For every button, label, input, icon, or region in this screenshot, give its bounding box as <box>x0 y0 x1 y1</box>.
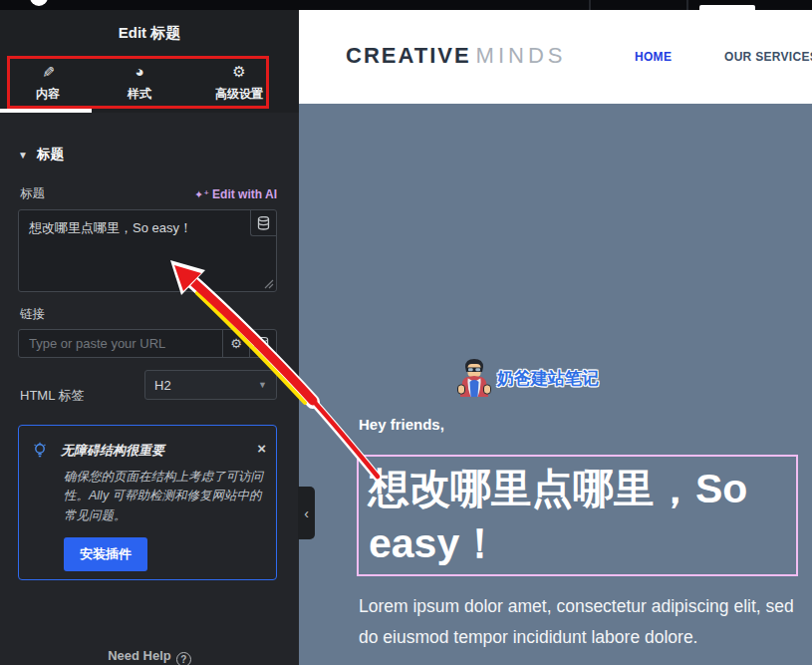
chevron-down-icon: ▼ <box>18 150 28 161</box>
publish-button[interactable] <box>699 5 755 10</box>
sparkle-icon: ✦⁺ <box>194 188 209 200</box>
gear-icon: ⚙ <box>197 64 281 80</box>
accessibility-notice: 无障碍结构很重要 × 确保您的页面在结构上考虑了可访问性。Ally 可帮助检测和… <box>18 425 277 580</box>
gear-icon: ⚙ <box>230 336 242 351</box>
nav-item-our-services[interactable]: OUR SERVICES <box>724 50 812 64</box>
preview-canvas: CREATIVEMINDS HOME OUR SERVICES <box>299 10 812 665</box>
database-icon <box>257 216 270 230</box>
database-icon <box>257 337 269 350</box>
elementor-logo-icon[interactable] <box>30 0 48 6</box>
hero-section: 奶爸建站笔记 Hey friends, 想改哪里点哪里，So easy！ Lor… <box>299 104 812 665</box>
tab-style[interactable]: ◕ 样式 <box>98 64 181 103</box>
need-help-link[interactable]: Need Help? <box>0 648 299 665</box>
html-tag-select[interactable]: H2 ▼ <box>144 370 277 400</box>
tab-content[interactable]: ✎ 内容 <box>6 64 90 103</box>
edit-with-ai-button[interactable]: ✦⁺Edit with AI <box>194 187 277 201</box>
chevron-left-icon: ‹ <box>304 505 309 521</box>
nav-item-home[interactable]: HOME <box>635 50 672 64</box>
url-input[interactable] <box>19 330 222 357</box>
panel-collapse-handle[interactable]: ‹ <box>298 487 315 539</box>
site-watermark: 奶爸建站笔记 <box>455 358 599 398</box>
question-mark-icon: ? <box>176 652 191 665</box>
panel-header-area: Edit 标题 ✎ 内容 ◕ 样式 ⚙ 高级设置 <box>0 10 299 113</box>
superhero-avatar-icon <box>455 358 493 398</box>
elementor-editor: Edit 标题 ✎ 内容 ◕ 样式 ⚙ 高级设置 ▼ 标题 标题 ✦⁺Edit … <box>0 0 812 665</box>
resize-handle[interactable] <box>264 279 274 289</box>
watermark-text: 奶爸建站笔记 <box>497 367 599 390</box>
lightbulb-icon <box>32 442 48 460</box>
topbar-divider <box>589 0 591 10</box>
panel-title: Edit 标题 <box>0 10 299 56</box>
site-logo[interactable]: CREATIVEMINDS <box>346 43 567 69</box>
tab-advanced[interactable]: ⚙ 高级设置 <box>197 64 281 103</box>
close-icon[interactable]: × <box>257 442 266 456</box>
link-options-button[interactable]: ⚙ <box>222 330 249 357</box>
link-dynamic-tags-button[interactable] <box>249 330 276 357</box>
contrast-icon: ◕ <box>98 64 181 80</box>
topbar-divider <box>686 0 688 10</box>
selected-heading-widget[interactable]: 想改哪里点哪里，So easy！ <box>357 455 798 576</box>
title-textarea[interactable]: 想改哪里点哪里，So easy！ <box>18 209 277 292</box>
editor-panel: Edit 标题 ✎ 内容 ◕ 样式 ⚙ 高级设置 ▼ 标题 标题 ✦⁺Edit … <box>0 10 299 665</box>
notice-body: 确保您的页面在结构上考虑了可访问性。Ally 可帮助检测和修复网站中的常见问题。 <box>64 468 265 525</box>
active-tab-indicator <box>0 109 92 113</box>
notice-title: 无障碍结构很重要 <box>61 442 257 460</box>
hero-heading: 想改哪里点哪里，So easy！ <box>369 462 786 571</box>
chevron-down-icon: ▼ <box>258 380 267 390</box>
html-tag-label: HTML 标签 <box>20 387 85 405</box>
section-header-title[interactable]: ▼ 标题 <box>18 146 64 164</box>
dynamic-tags-button[interactable] <box>250 210 276 236</box>
link-field-label: 链接 <box>20 306 45 323</box>
top-app-bar <box>0 0 812 10</box>
hero-paragraph: Lorem ipsum dolor amet, consectetur adip… <box>359 591 809 653</box>
pencil-icon: ✎ <box>6 64 90 80</box>
hero-greeting: Hey friends, <box>359 416 444 433</box>
title-field-label: 标题 <box>20 185 45 202</box>
install-plugin-button[interactable]: 安装插件 <box>64 537 147 571</box>
